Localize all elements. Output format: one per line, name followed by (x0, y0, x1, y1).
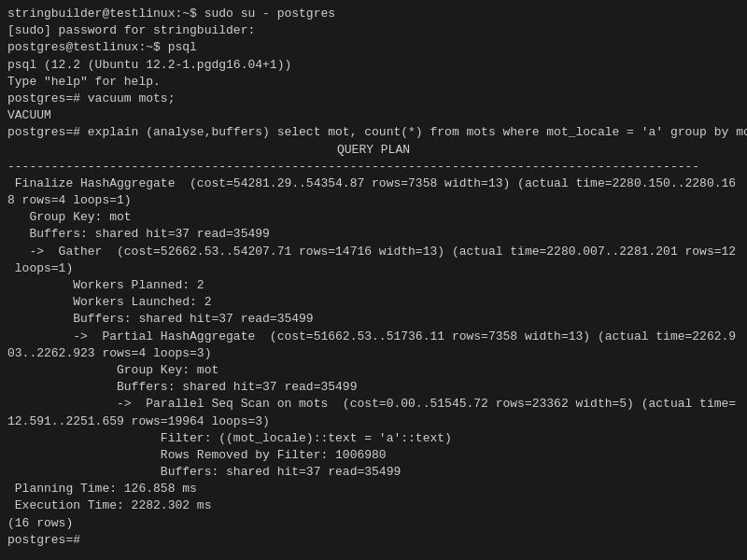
line32: (16 rows) (7, 515, 740, 532)
line23: Group Key: mot (7, 362, 740, 379)
line20: Buffers: shared hit=37 read=35499 (7, 311, 740, 328)
line11: ----------------------------------------… (7, 159, 740, 175)
terminal[interactable]: stringbuilder@testlinux:~$ sudo su - pos… (0, 0, 747, 560)
line19: Workers Launched: 2 (7, 294, 740, 311)
line7: postgres=# vacuum mots; (7, 91, 740, 107)
line3: postgres@testlinux:~$ psql (7, 39, 740, 56)
line17: loops=1) (7, 260, 740, 277)
line1: stringbuilder@testlinux:~$ sudo su - pos… (7, 6, 740, 22)
line27: Filter: ((mot_locale)::text = 'a'::text) (7, 430, 740, 447)
line12: Finalize HashAggregate (cost=54281.29..5… (7, 175, 740, 192)
line31: Execution Time: 2282.302 ms (7, 497, 740, 514)
line16: -> Gather (cost=52662.53..54207.71 rows=… (7, 244, 740, 260)
line18: Workers Planned: 2 (7, 277, 740, 294)
line21: -> Partial HashAggregate (cost=51662.53.… (7, 329, 740, 345)
line28: Rows Removed by Filter: 1006980 (7, 447, 740, 464)
line30: Planning Time: 126.858 ms (7, 481, 740, 497)
line24: Buffers: shared hit=37 read=35499 (7, 379, 740, 396)
line15: Buffers: shared hit=37 read=35499 (7, 226, 740, 243)
line29: Buffers: shared hit=37 read=35499 (7, 464, 740, 481)
line25: -> Parallel Seq Scan on mots (cost=0.00.… (7, 396, 740, 413)
line26: 12.591..2251.659 rows=19964 loops=3) (7, 413, 740, 430)
line10: QUERY PLAN (7, 142, 740, 159)
line13: 8 rows=4 loops=1) (7, 192, 740, 209)
line5: Type "help" for help. (7, 74, 740, 91)
line22: 03..2262.923 rows=4 loops=3) (7, 345, 740, 362)
line2: [sudo] password for stringbuilder: (7, 22, 740, 39)
line14: Group Key: mot (7, 209, 740, 226)
line4: psql (12.2 (Ubuntu 12.2-1.pgdg16.04+1)) (7, 57, 740, 74)
line9: postgres=# explain (analyse,buffers) sel… (7, 124, 740, 141)
line8: VACUUM (7, 107, 740, 124)
line34[interactable]: postgres=# (7, 532, 740, 549)
